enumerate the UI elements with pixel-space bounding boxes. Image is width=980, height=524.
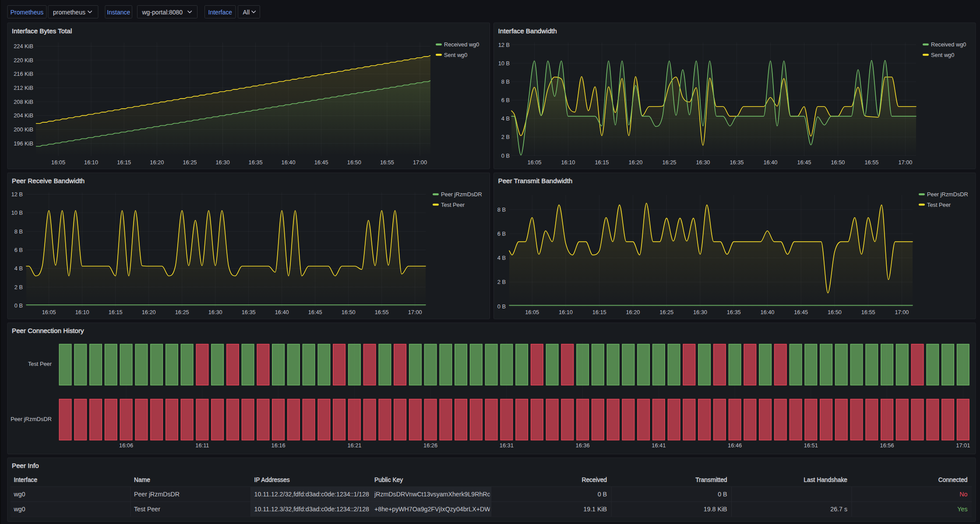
svg-text:10.11.12.3/32,fdfd:d3ad:c0de:1: 10.11.12.3/32,fdfd:d3ad:c0de:1234::2/128 xyxy=(254,506,370,513)
svg-text:2 B: 2 B xyxy=(497,279,506,285)
svg-text:Test Peer: Test Peer xyxy=(927,202,951,208)
svg-text:216 KiB: 216 KiB xyxy=(14,71,33,77)
svg-text:6 B: 6 B xyxy=(501,97,510,103)
svg-text:Prometheus: Prometheus xyxy=(11,9,43,16)
svg-text:16:15: 16:15 xyxy=(117,159,131,166)
svg-text:224 KiB: 224 KiB xyxy=(14,43,33,50)
svg-text:220 KiB: 220 KiB xyxy=(14,57,33,64)
svg-text:0 B: 0 B xyxy=(14,302,23,309)
svg-text:16:35: 16:35 xyxy=(727,309,741,315)
svg-text:16:06: 16:06 xyxy=(119,442,133,449)
svg-text:208 KiB: 208 KiB xyxy=(14,99,33,105)
svg-text:16:40: 16:40 xyxy=(275,309,289,315)
svg-text:16:26: 16:26 xyxy=(423,442,437,449)
svg-text:16:25: 16:25 xyxy=(183,159,197,166)
svg-text:16:45: 16:45 xyxy=(314,159,328,166)
svg-text:16:20: 16:20 xyxy=(626,309,640,315)
svg-text:16:55: 16:55 xyxy=(861,309,875,315)
svg-text:19.8 KiB: 19.8 KiB xyxy=(704,506,727,513)
svg-text:16:25: 16:25 xyxy=(659,309,673,315)
svg-text:16:11: 16:11 xyxy=(195,442,209,449)
svg-text:16:10: 16:10 xyxy=(561,159,575,166)
svg-text:Peer Receive Bandwidth: Peer Receive Bandwidth xyxy=(12,177,85,184)
svg-text:16:36: 16:36 xyxy=(576,442,590,449)
svg-text:4 B: 4 B xyxy=(497,255,506,261)
svg-text:6 B: 6 B xyxy=(14,247,23,253)
svg-text:16:41: 16:41 xyxy=(652,442,666,449)
svg-text:16:25: 16:25 xyxy=(662,159,676,166)
svg-text:16:20: 16:20 xyxy=(142,309,156,315)
svg-text:17:00: 17:00 xyxy=(408,309,422,315)
svg-text:16:30: 16:30 xyxy=(696,159,710,166)
svg-text:16:30: 16:30 xyxy=(693,309,707,315)
svg-text:4 B: 4 B xyxy=(14,265,23,272)
svg-text:Interface: Interface xyxy=(14,477,38,483)
svg-text:wg0: wg0 xyxy=(14,491,25,498)
svg-text:0 B: 0 B xyxy=(718,491,727,498)
svg-text:16:30: 16:30 xyxy=(208,309,222,315)
svg-text:Interface Bytes Total: Interface Bytes Total xyxy=(12,27,72,35)
svg-text:10 B: 10 B xyxy=(498,60,510,67)
svg-text:Yes: Yes xyxy=(957,506,967,513)
svg-text:Peer jRzmDsDR: Peer jRzmDsDR xyxy=(11,416,52,422)
svg-text:16:50: 16:50 xyxy=(342,309,356,315)
svg-text:16:45: 16:45 xyxy=(794,309,808,315)
svg-text:12 B: 12 B xyxy=(498,42,510,48)
svg-text:16:21: 16:21 xyxy=(347,442,361,449)
svg-text:Interface: Interface xyxy=(208,9,233,16)
svg-text:16:50: 16:50 xyxy=(828,309,842,315)
svg-text:8 B: 8 B xyxy=(497,206,506,213)
svg-text:16:16: 16:16 xyxy=(271,442,286,449)
svg-text:17:00: 17:00 xyxy=(898,159,912,166)
svg-text:Peer Connection History: Peer Connection History xyxy=(12,327,84,334)
svg-text:Peer jRzmDsDR: Peer jRzmDsDR xyxy=(441,191,482,198)
svg-text:Transmitted: Transmitted xyxy=(695,477,727,483)
svg-text:10.11.12.2/32,fdfd:d3ad:c0de:1: 10.11.12.2/32,fdfd:d3ad:c0de:1234::1/128 xyxy=(254,491,370,498)
svg-text:8 B: 8 B xyxy=(501,78,510,85)
svg-text:16:05: 16:05 xyxy=(527,159,541,166)
svg-text:16:25: 16:25 xyxy=(175,309,189,315)
svg-text:16:56: 16:56 xyxy=(880,442,894,449)
svg-text:jRzmDsDRVnwCt13vsyamXherk9L9Rh: jRzmDsDRVnwCt13vsyamXherk9L9RhRo xyxy=(374,491,491,498)
svg-text:Test Peer: Test Peer xyxy=(441,202,465,208)
svg-text:16:15: 16:15 xyxy=(592,309,606,315)
svg-text:17:00: 17:00 xyxy=(895,309,909,315)
svg-text:4 B: 4 B xyxy=(501,115,510,122)
svg-text:2 B: 2 B xyxy=(14,284,23,290)
svg-text:Peer Info: Peer Info xyxy=(12,462,39,469)
svg-text:16:05: 16:05 xyxy=(51,159,65,166)
svg-text:16:50: 16:50 xyxy=(831,159,845,166)
svg-text:16:40: 16:40 xyxy=(763,159,777,166)
svg-text:212 KiB: 212 KiB xyxy=(14,85,33,91)
svg-text:0 B: 0 B xyxy=(497,303,506,310)
svg-text:No: No xyxy=(959,491,967,498)
svg-text:16:46: 16:46 xyxy=(728,442,742,449)
svg-text:16:10: 16:10 xyxy=(559,309,573,315)
svg-text:16:40: 16:40 xyxy=(760,309,774,315)
svg-text:16:55: 16:55 xyxy=(380,159,394,166)
svg-text:8 B: 8 B xyxy=(14,228,23,235)
svg-text:16:10: 16:10 xyxy=(84,159,98,166)
svg-text:All: All xyxy=(243,9,250,16)
svg-text:16:45: 16:45 xyxy=(797,159,811,166)
svg-text:196 KiB: 196 KiB xyxy=(14,140,33,147)
svg-text:12 B: 12 B xyxy=(11,191,23,198)
svg-text:16:15: 16:15 xyxy=(109,309,123,315)
svg-text:16:10: 16:10 xyxy=(75,309,89,315)
svg-text:IP Addresses: IP Addresses xyxy=(254,477,290,483)
svg-text:16:35: 16:35 xyxy=(730,159,744,166)
svg-text:Received: Received xyxy=(582,477,607,483)
svg-text:2 B: 2 B xyxy=(501,134,510,140)
svg-text:16:50: 16:50 xyxy=(347,159,361,166)
svg-text:Peer jRzmDsDR: Peer jRzmDsDR xyxy=(927,191,968,198)
svg-text:prometheus: prometheus xyxy=(53,9,85,16)
svg-text:16:55: 16:55 xyxy=(864,159,878,166)
svg-text:0 B: 0 B xyxy=(501,152,510,159)
svg-text:Public Key: Public Key xyxy=(374,477,403,483)
svg-text:Last Handshake: Last Handshake xyxy=(804,477,847,483)
svg-text:16:30: 16:30 xyxy=(215,159,229,166)
svg-text:19.1 KiB: 19.1 KiB xyxy=(583,506,607,513)
svg-text:16:40: 16:40 xyxy=(282,159,296,166)
svg-text:16:05: 16:05 xyxy=(525,309,539,315)
svg-text:16:31: 16:31 xyxy=(500,442,514,449)
